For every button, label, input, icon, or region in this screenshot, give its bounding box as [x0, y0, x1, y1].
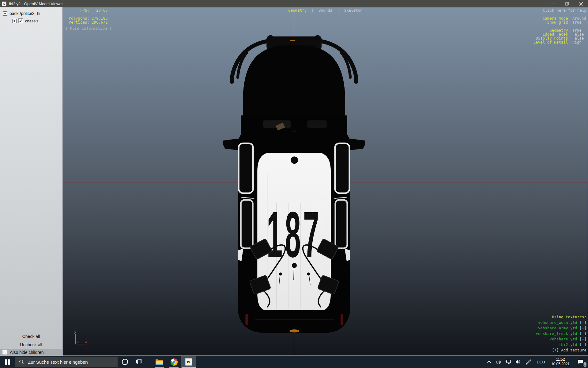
system-tray: DEU 11:52 10.05.2021 8: [485, 356, 588, 368]
cortana-icon: [121, 358, 129, 366]
render-mode-tabs: Geometry | Bounds | Skeleton: [287, 9, 364, 13]
vertices-value: 290.672: [92, 21, 108, 25]
axis-indicator: y x z: [74, 329, 87, 344]
search-placeholder: Zur Suche Text hier eingeben: [28, 359, 88, 365]
axis-z-label: z: [77, 339, 79, 344]
render-stats: FPS: 20,67 Polygons: 279.186 Vertices: 2…: [66, 9, 108, 25]
more-information-link[interactable]: [ More information ]: [66, 27, 112, 31]
tab-separator-2: |: [337, 8, 340, 13]
level-of-detail-label[interactable]: Level of Detail:: [533, 40, 570, 44]
restore-icon: [565, 2, 569, 6]
tree-root-label: pack:/police3_hi: [9, 11, 40, 16]
volume-icon: [515, 359, 521, 364]
texture-remove-button[interactable]: [-]: [579, 326, 586, 330]
openiv-taskbar-icon: IV: [185, 358, 192, 366]
tray-capture-button[interactable]: [493, 356, 503, 368]
show-grid-value[interactable]: True: [572, 21, 586, 25]
taskbar-search-input[interactable]: Zur Suche Text hier eingeben: [15, 357, 118, 367]
close-button[interactable]: [574, 0, 588, 7]
titlebar: IV fbi2.yft - OpenIV Model Viewer: [0, 0, 588, 7]
vertices-label: Vertices:: [66, 21, 89, 25]
rear-hitch: [289, 329, 299, 332]
axis-x-label: x: [85, 339, 87, 344]
check-all-button[interactable]: Check all: [0, 332, 62, 340]
tray-date: 10.05.2021: [551, 362, 570, 366]
file-explorer-button[interactable]: [152, 356, 167, 368]
tray-network-button[interactable]: [503, 356, 513, 368]
window-title: fbi2.yft - OpenIV Model Viewer: [9, 2, 63, 6]
texture-item[interactable]: fbi2.ytd [-]: [536, 342, 586, 347]
language-indicator[interactable]: DEU: [533, 356, 548, 368]
tree-chassis-label: chassis: [25, 19, 38, 23]
tab-skeleton[interactable]: Skeleton: [344, 8, 363, 13]
also-hide-children-checkbox[interactable]: [2, 350, 7, 355]
task-view-icon: [136, 358, 143, 365]
network-icon: [505, 359, 511, 364]
texture-remove-button[interactable]: [-]: [579, 337, 586, 341]
roof-antenna-dome: [291, 156, 298, 164]
action-center-button[interactable]: 8: [573, 356, 588, 368]
texture-remove-button[interactable]: [-]: [579, 343, 586, 347]
model-viewport[interactable]: 187: [63, 7, 588, 356]
using-textures-header: Using textures:: [536, 314, 586, 320]
tray-volume-button[interactable]: [513, 356, 523, 368]
tree-root-row[interactable]: − pack:/police3_hi: [0, 10, 62, 17]
model-tree-sidebar: − pack:/police3_hi + ✓ chassis Check all…: [0, 7, 63, 356]
collapse-icon[interactable]: −: [3, 11, 7, 16]
pen-icon: [525, 359, 531, 365]
texture-remove-button[interactable]: [-]: [579, 332, 586, 336]
taillight-left: [245, 314, 248, 325]
notification-icon: [577, 359, 583, 365]
also-hide-children-row[interactable]: Also hide children: [0, 349, 62, 356]
taillight-right: [341, 314, 343, 325]
minimize-button[interactable]: [546, 0, 560, 7]
tray-time: 11:52: [556, 357, 565, 362]
fps-value: 20,67: [92, 9, 108, 13]
also-hide-children-label: Also hide children: [10, 350, 44, 355]
texture-name: vehshare.ytd: [550, 337, 577, 341]
antenna-center: [292, 263, 297, 268]
police-car-model[interactable]: 187: [223, 35, 365, 333]
chevron-up-icon: [487, 361, 491, 363]
screen-capture-icon: [496, 359, 501, 365]
tray-pen-button[interactable]: [523, 356, 533, 368]
tree-chassis-row[interactable]: + ✓ chassis: [0, 17, 62, 25]
level-of-detail-value[interactable]: High: [572, 40, 586, 44]
help-link[interactable]: Click here for help: [533, 9, 586, 13]
uncheck-all-button[interactable]: Uncheck all: [0, 340, 62, 349]
texture-item[interactable]: vehshare_truck.ytd [-]: [536, 331, 586, 336]
openiv-taskbar-button[interactable]: IV: [181, 356, 196, 368]
roof-number: 187: [267, 198, 322, 271]
windows-logo-icon: [5, 359, 10, 365]
roof-number-text: 187: [267, 198, 322, 271]
viewer-settings: Click here for help Camera mode: Around …: [533, 9, 586, 44]
antenna-left: [279, 272, 282, 275]
search-icon: [19, 359, 24, 365]
window-controls: [546, 0, 588, 7]
bullbar-marker: [290, 40, 295, 41]
texture-item[interactable]: vehshare_worn.ytd [-]: [536, 320, 586, 325]
texture-item[interactable]: vehshare_army.ytd [-]: [536, 325, 586, 331]
texture-item[interactable]: vehshare.ytd [-]: [536, 336, 586, 342]
notification-badge: 8: [583, 362, 587, 367]
show-grid-label[interactable]: Show grid:: [533, 21, 570, 25]
chrome-button[interactable]: [167, 356, 181, 368]
door-rear-left: [241, 200, 253, 248]
expand-icon[interactable]: +: [12, 19, 17, 23]
restore-button[interactable]: [560, 0, 574, 7]
start-button[interactable]: [0, 356, 15, 368]
tab-geometry[interactable]: Geometry: [288, 8, 307, 13]
cortana-button[interactable]: [118, 356, 132, 368]
tray-chevron-button[interactable]: [485, 356, 493, 368]
texture-remove-button[interactable]: [-]: [579, 320, 586, 325]
minimize-icon: [551, 2, 555, 6]
task-view-button[interactable]: [132, 356, 147, 368]
tab-bounds[interactable]: Bounds: [318, 8, 332, 13]
texture-name: vehshare_truck.ytd: [536, 332, 577, 336]
scene-canvas[interactable]: 187: [63, 8, 588, 355]
chassis-checkbox[interactable]: ✓: [18, 18, 23, 23]
clock[interactable]: 11:52 10.05.2021: [548, 356, 573, 368]
fps-label: FPS:: [66, 9, 89, 13]
door-rear-right: [335, 200, 347, 248]
add-texture-button[interactable]: [+] Add texture: [536, 347, 586, 353]
